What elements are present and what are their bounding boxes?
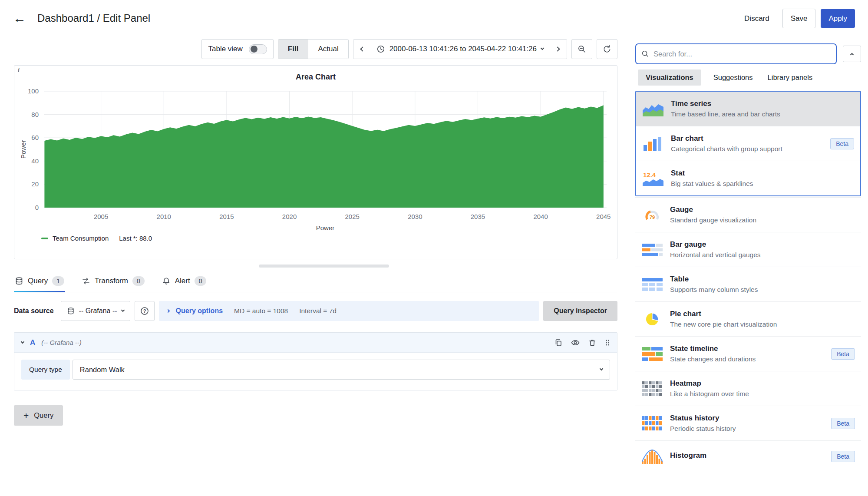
legend-series-name[interactable]: Team Consumption	[53, 235, 109, 242]
grafana-edit-panel-page: ← Dashboard1 / Edit Panel Discard Save A…	[0, 0, 868, 496]
viz-item-table[interactable]: Table Supports many column styles	[635, 267, 861, 301]
back-button[interactable]: ←	[13, 12, 26, 25]
viz-name: Gauge	[670, 205, 756, 214]
hide-query-button[interactable]	[571, 339, 580, 346]
query-options-bar: Query options MD = auto = 1008 Interval …	[159, 301, 539, 321]
zoom-out-button[interactable]	[571, 39, 592, 59]
time-back-button[interactable]	[353, 40, 370, 59]
copy-icon	[554, 339, 562, 347]
pie-chart-icon	[641, 311, 663, 327]
datasource-select[interactable]: -- Grafana --	[61, 301, 130, 321]
chevron-right-icon	[166, 309, 169, 313]
viz-item-bar-chart[interactable]: Bar chart Categorical charts with group …	[636, 126, 860, 161]
svg-text:Power: Power	[316, 224, 335, 231]
datasource-label: Data source	[14, 307, 54, 315]
svg-text:40: 40	[31, 157, 39, 165]
trash-icon	[588, 339, 596, 347]
viz-item-stat[interactable]: 12.4 Stat Big stat values & sparklines	[636, 161, 860, 195]
viz-desc: The new core pie chart visualization	[670, 321, 777, 328]
viz-name: Bar gauge	[670, 240, 761, 249]
beta-badge: Beta	[830, 138, 854, 149]
save-button[interactable]: Save	[782, 9, 816, 28]
viz-item-pie-chart[interactable]: Pie chart The new core pie chart visuali…	[635, 301, 861, 336]
actual-button[interactable]: Actual	[308, 40, 348, 59]
grip-icon	[605, 339, 610, 346]
refresh-icon	[603, 45, 611, 53]
viz-name: Table	[670, 275, 758, 284]
search-icon	[641, 50, 649, 58]
tab-alert-count: 0	[195, 276, 207, 286]
tab-suggestions[interactable]: Suggestions	[711, 69, 756, 86]
svg-text:?: ?	[143, 308, 146, 314]
legend-swatch	[41, 238, 48, 239]
database-icon	[15, 277, 23, 285]
table-view-switch[interactable]	[249, 44, 267, 54]
panel-preview: i Area Chart 020406080100200520102015202…	[14, 65, 617, 259]
viz-item-histogram[interactable]: Histogram Beta	[635, 440, 861, 472]
bar-chart-icon	[642, 136, 664, 152]
query-inspector-button[interactable]: Query inspector	[543, 301, 617, 321]
delete-query-button[interactable]	[588, 339, 596, 347]
database-icon	[67, 307, 75, 315]
add-query-button[interactable]: + Query	[14, 405, 63, 426]
table-view-toggle-group[interactable]: Table view	[201, 39, 273, 59]
svg-text:100: 100	[28, 87, 39, 95]
question-circle-icon: ?	[140, 306, 149, 316]
table-icon	[641, 277, 663, 292]
legend-last-value: Last *: 88.0	[119, 235, 152, 242]
area-chart[interactable]: 0204060801002005201020152020202520302035…	[19, 83, 613, 233]
time-range-button[interactable]: 2000-06-13 10:41:26 to 2045-04-22 10:41:…	[370, 40, 550, 59]
query-type-select[interactable]: Random Walk	[73, 360, 610, 380]
visualization-sidebar: Visualizations Suggestions Library panel…	[634, 36, 868, 496]
viz-name: Status history	[670, 414, 736, 423]
fill-button[interactable]: Fill	[278, 40, 308, 59]
viz-desc: State changes and durations	[670, 355, 756, 363]
eye-icon	[571, 339, 580, 346]
viz-desc: Time based line, area and bar charts	[671, 110, 780, 118]
viz-search-box	[635, 43, 837, 64]
panel-info-icon[interactable]: i	[18, 67, 20, 74]
toggle-knob	[251, 46, 257, 53]
viz-search-input[interactable]	[653, 50, 831, 58]
viz-item-gauge[interactable]: 79 Gauge Standard gauge visualization	[635, 197, 861, 232]
tab-visualizations[interactable]: Visualizations	[638, 69, 701, 86]
bar-gauge-icon	[641, 242, 663, 258]
tab-query-label: Query	[28, 277, 48, 285]
tab-alert[interactable]: Alert 0	[161, 270, 208, 292]
discard-button[interactable]: Discard	[736, 9, 777, 28]
viz-name: Time series	[671, 99, 780, 108]
drag-query-handle[interactable]	[605, 339, 610, 346]
viz-desc: Standard gauge visualization	[670, 216, 756, 224]
query-options-toggle[interactable]: Query options	[167, 307, 223, 315]
interval-text: Interval = 7d	[299, 307, 337, 315]
duplicate-query-button[interactable]	[554, 339, 562, 347]
datasource-help-button[interactable]: ?	[135, 301, 155, 321]
tab-transform[interactable]: Transform 0	[81, 270, 145, 292]
viz-item-time-series[interactable]: Time series Time based line, area and ba…	[636, 92, 860, 126]
time-forward-button[interactable]	[550, 40, 567, 59]
apply-button[interactable]: Apply	[821, 9, 855, 28]
query-datasource-name: (-- Grafana --)	[41, 339, 82, 346]
viz-item-state-timeline[interactable]: State timeline State changes and duratio…	[635, 336, 861, 371]
tab-query[interactable]: Query 1	[14, 270, 65, 292]
tab-query-count: 1	[52, 276, 64, 286]
svg-text:2035: 2035	[471, 213, 485, 220]
resize-handle[interactable]	[259, 265, 389, 268]
beta-badge: Beta	[831, 451, 855, 462]
refresh-button[interactable]	[597, 39, 617, 59]
viz-desc: Supports many column styles	[670, 286, 758, 294]
collapse-query-icon[interactable]	[21, 340, 24, 343]
query-row-header[interactable]: A (-- Grafana --)	[14, 333, 617, 353]
datasource-row: Data source -- Grafana -- ? Query option…	[14, 301, 617, 321]
viz-desc: Categorical charts with group support	[671, 145, 782, 153]
viz-item-heatmap[interactable]: Heatmap Like a histogram over time	[635, 371, 861, 406]
collapse-pane-button[interactable]	[843, 46, 861, 62]
beta-badge: Beta	[831, 348, 855, 360]
tab-library-panels[interactable]: Library panels	[765, 69, 815, 86]
svg-text:2025: 2025	[345, 213, 360, 220]
viz-tabs: Visualizations Suggestions Library panel…	[638, 69, 861, 86]
viz-item-bar-gauge[interactable]: Bar gauge Horizontal and vertical gauges	[635, 232, 861, 267]
fill-actual-segmented: Fill Actual	[278, 39, 349, 59]
viz-item-status-history[interactable]: Status history Periodic status history B…	[635, 406, 861, 440]
table-view-label: Table view	[208, 45, 242, 53]
